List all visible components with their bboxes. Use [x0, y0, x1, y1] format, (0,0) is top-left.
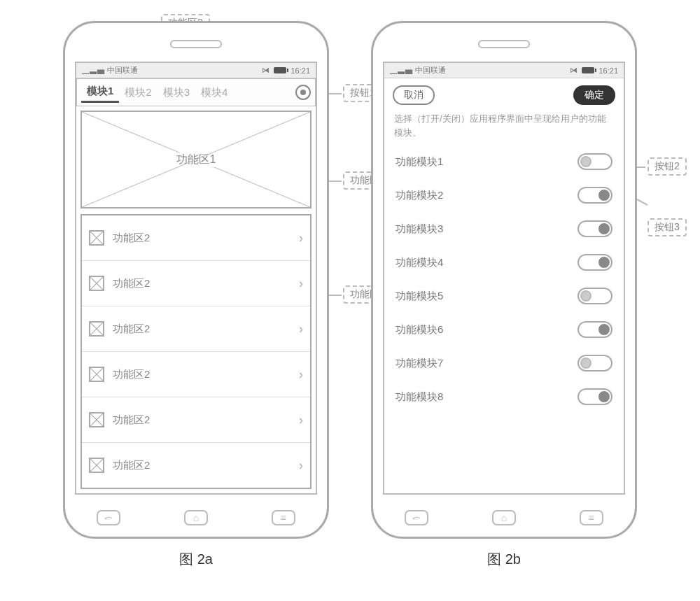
phone-b: ▁▃▅ 中国联通 ⧒ 16:21 取消 确定 选择（打开/关闭）应用程序界面中呈… [371, 21, 637, 539]
figure-2a: 功能区3 按钮1 功能区1 功能区2 ▁▃▅ 中国联通 [63, 21, 329, 569]
clock-label: 16:21 [290, 66, 310, 75]
module-toggle-list: 功能模块1 功能模块2 功能模块3 功能模块4 [384, 145, 624, 493]
callout-button2: 按钮2 [648, 157, 687, 176]
list-item[interactable]: 功能区2› [82, 352, 310, 397]
recent-button[interactable]: ≡ [580, 510, 603, 525]
chevron-right-icon: › [299, 231, 303, 246]
header-b: 取消 确定 [384, 78, 624, 112]
module-row: 功能模块5 [384, 279, 624, 313]
module-label: 功能模块5 [396, 290, 443, 303]
list-item-label: 功能区2 [113, 277, 150, 290]
screen-a: ▁▃▅ 中国联通 ⧒ 16:21 模块1 模块2 模块3 模块4 [75, 62, 317, 495]
list-item[interactable]: 功能区2› [82, 397, 310, 443]
confirm-button[interactable]: 确定 [573, 85, 615, 105]
carrier-label: ▁▃▅ 中国联通 [390, 65, 446, 76]
figure-caption-2b: 图 2b [487, 550, 521, 569]
module-toggle[interactable] [578, 288, 612, 304]
home-button[interactable]: ⌂ [492, 510, 516, 525]
placeholder-icon [89, 412, 104, 427]
module-toggle[interactable] [578, 187, 612, 204]
list-item-label: 功能区2 [113, 459, 150, 472]
list-item[interactable]: 功能区2› [82, 261, 310, 306]
module-row: 功能模块4 [384, 246, 624, 279]
statusbar-b: ▁▃▅ 中国联通 ⧒ 16:21 [384, 63, 624, 78]
module-toggle[interactable] [578, 355, 612, 372]
tab-bar: 模块1 模块2 模块3 模块4 [76, 78, 316, 106]
module-toggle[interactable] [578, 153, 612, 170]
list-item[interactable]: 功能区2› [82, 306, 310, 352]
module-label: 功能模块2 [396, 189, 443, 202]
module-toggle[interactable] [578, 388, 612, 405]
wifi-icon: ⧒ [262, 66, 270, 75]
module-row: 功能模块2 [384, 178, 624, 212]
module-row: 功能模块3 [384, 212, 624, 246]
chevron-right-icon: › [299, 276, 303, 291]
figure-stage: 功能区3 按钮1 功能区1 功能区2 ▁▃▅ 中国联通 [7, 7, 693, 583]
cancel-button[interactable]: 取消 [393, 85, 435, 105]
list-item-label: 功能区2 [113, 368, 150, 381]
description-text: 选择（打开/关闭）应用程序界面中呈现给用户的功能模块。 [384, 112, 624, 145]
module-label: 功能模块3 [396, 222, 443, 236]
callout-button3: 按钮3 [648, 218, 687, 236]
module-label: 功能模块7 [396, 357, 443, 370]
chevron-right-icon: › [299, 367, 303, 382]
placeholder-icon [89, 367, 104, 382]
module-toggle[interactable] [578, 220, 612, 237]
figure-2b: 按钮2 按钮3 ▁▃▅ 中国联通 ⧒ 16:21 取消 [371, 21, 637, 569]
chevron-right-icon: › [299, 322, 303, 337]
placeholder-icon [89, 276, 104, 291]
phone-wrap-b: 按钮2 按钮3 ▁▃▅ 中国联通 ⧒ 16:21 取消 [371, 21, 637, 539]
tab-module3[interactable]: 模块3 [158, 83, 195, 102]
feature-zone-1-label: 功能区1 [174, 153, 219, 167]
battery-icon [274, 67, 286, 73]
list-item-label: 功能区2 [113, 232, 150, 245]
placeholder-icon [89, 458, 104, 473]
carrier-label: ▁▃▅ 中国联通 [82, 65, 138, 76]
back-button[interactable]: ⤺ [97, 510, 120, 525]
module-label: 功能模块8 [396, 390, 443, 404]
module-label: 功能模块6 [396, 323, 443, 337]
nav-buttons-a: ⤺ ⌂ ≡ [65, 510, 327, 525]
module-label: 功能模块1 [396, 155, 443, 169]
placeholder-icon [89, 230, 104, 246]
module-toggle[interactable] [578, 254, 612, 271]
placeholder-icon [89, 321, 104, 337]
wifi-icon: ⧒ [570, 66, 578, 75]
clock-label: 16:21 [598, 66, 618, 75]
recent-button[interactable]: ≡ [272, 510, 295, 525]
tab-module1[interactable]: 模块1 [81, 82, 119, 103]
back-button[interactable]: ⤺ [405, 510, 428, 525]
figure-caption-2a: 图 2a [179, 550, 213, 569]
customize-button[interactable] [295, 85, 311, 100]
module-row: 功能模块8 [384, 380, 624, 413]
nav-buttons-b: ⤺ ⌂ ≡ [373, 510, 635, 525]
chevron-right-icon: › [299, 458, 303, 473]
feature-zone-2-list: 功能区2› 功能区2› 功能区2› 功能区2› 功能区2› 功能区2› [80, 214, 312, 489]
list-item[interactable]: 功能区2› [82, 443, 310, 488]
module-row: 功能模块1 [384, 145, 624, 178]
content-a: 功能区1 功能区2› 功能区2› 功能区2› 功能区2› 功能区2› 功能区2› [76, 106, 316, 493]
home-button[interactable]: ⌂ [184, 510, 208, 525]
battery-icon [582, 67, 594, 73]
module-toggle[interactable] [578, 321, 612, 338]
module-label: 功能模块4 [396, 256, 443, 269]
screen-b: ▁▃▅ 中国联通 ⧒ 16:21 取消 确定 选择（打开/关闭）应用程序界面中呈… [383, 62, 625, 495]
list-item[interactable]: 功能区2› [82, 215, 310, 261]
phone-wrap-a: 功能区3 按钮1 功能区1 功能区2 ▁▃▅ 中国联通 [63, 21, 329, 539]
list-item-label: 功能区2 [113, 323, 150, 336]
phone-a: ▁▃▅ 中国联通 ⧒ 16:21 模块1 模块2 模块3 模块4 [63, 21, 329, 539]
chevron-right-icon: › [299, 413, 303, 427]
statusbar-a: ▁▃▅ 中国联通 ⧒ 16:21 [76, 63, 316, 78]
tab-module4[interactable]: 模块4 [195, 83, 233, 102]
tab-module2[interactable]: 模块2 [119, 83, 157, 102]
feature-zone-1[interactable]: 功能区1 [80, 111, 312, 208]
list-item-label: 功能区2 [113, 413, 150, 427]
module-row: 功能模块7 [384, 346, 624, 380]
module-row: 功能模块6 [384, 313, 624, 346]
